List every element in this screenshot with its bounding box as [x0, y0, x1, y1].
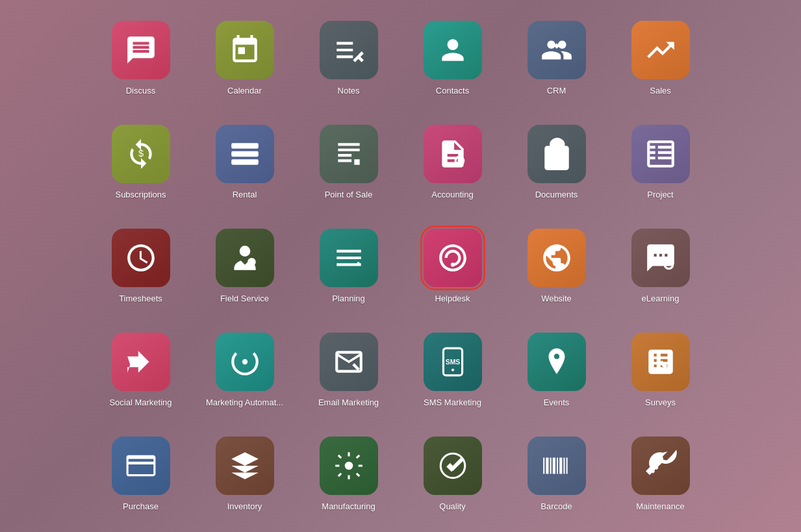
app-label-planning: Planning	[332, 294, 365, 304]
app-icon-barcode	[528, 437, 586, 495]
app-label-documents: Documents	[535, 190, 578, 200]
app-label-barcode: Barcode	[540, 501, 572, 512]
app-icon-discuss	[112, 21, 170, 79]
app-label-rental: Rental	[233, 190, 257, 200]
app-icon-helpdesk	[424, 229, 482, 287]
app-label-discuss: Discuss	[126, 86, 156, 96]
app-label-email-marketing: Email Marketing	[318, 398, 379, 408]
app-label-timesheets: Timesheets	[119, 294, 162, 304]
app-label-contacts: Contacts	[436, 86, 469, 96]
app-icon-notes	[320, 21, 378, 79]
app-item-point-of-sale[interactable]: Point of Sale	[303, 114, 394, 211]
svg-point-9	[450, 262, 454, 266]
app-item-contacts[interactable]: Contacts	[407, 10, 498, 107]
svg-rect-16	[127, 456, 155, 475]
app-grid: DiscussCalendarNotesContactsCRMSales$Sub…	[83, 0, 719, 532]
app-item-elearning[interactable]: eLearning	[615, 218, 706, 315]
app-icon-events	[528, 333, 586, 391]
app-item-discuss[interactable]: Discuss	[95, 10, 186, 107]
app-icon-elearning	[631, 229, 690, 287]
app-item-marketing-automation[interactable]: Marketing Automat...	[199, 322, 290, 419]
app-icon-sms-marketing: SMS	[424, 333, 482, 391]
app-item-maintenance[interactable]: Maintenance	[615, 425, 706, 523]
app-label-maintenance: Maintenance	[636, 501, 684, 512]
app-icon-crm	[528, 21, 586, 79]
app-icon-subscriptions: $	[112, 125, 170, 183]
svg-rect-2	[231, 151, 259, 157]
app-icon-maintenance	[631, 437, 690, 495]
app-item-rental[interactable]: Rental	[199, 114, 290, 211]
svg-rect-3	[231, 159, 259, 164]
app-icon-point-of-sale	[320, 125, 378, 183]
app-icon-calendar	[216, 21, 274, 79]
app-icon-quality	[424, 437, 482, 495]
app-item-accounting[interactable]: ⚙Accounting	[407, 114, 498, 211]
app-item-timesheets[interactable]: Timesheets	[95, 218, 186, 315]
app-item-project[interactable]: Project	[615, 114, 706, 211]
app-icon-project	[631, 125, 690, 183]
app-item-helpdesk[interactable]: Helpdesk	[407, 218, 498, 315]
app-label-project: Project	[647, 190, 673, 200]
app-label-elearning: eLearning	[642, 294, 680, 304]
app-icon-documents	[528, 125, 586, 183]
svg-text:$: $	[138, 148, 143, 158]
svg-rect-1	[231, 143, 259, 148]
app-item-sms-marketing[interactable]: SMSSMS Marketing	[407, 322, 498, 419]
app-label-surveys: Surveys	[645, 398, 676, 408]
app-item-calendar[interactable]: Calendar	[199, 10, 290, 107]
svg-point-17	[344, 461, 353, 470]
svg-point-14	[451, 368, 453, 371]
app-icon-inventory	[216, 437, 274, 495]
app-label-purchase: Purchase	[123, 501, 159, 512]
app-icon-surveys	[631, 333, 690, 391]
app-icon-sales	[631, 21, 690, 79]
app-item-surveys[interactable]: Surveys	[615, 322, 706, 419]
app-icon-field-service	[216, 229, 274, 287]
app-label-helpdesk: Helpdesk	[435, 294, 470, 304]
app-label-field-service: Field Service	[220, 294, 269, 304]
app-item-planning[interactable]: Planning	[303, 218, 394, 315]
app-icon-website	[528, 229, 586, 287]
svg-point-11	[242, 359, 247, 364]
app-item-inventory[interactable]: Inventory	[199, 425, 290, 523]
app-label-notes: Notes	[338, 86, 360, 96]
app-label-subscriptions: Subscriptions	[115, 190, 166, 200]
app-label-sms-marketing: SMS Marketing	[424, 398, 481, 408]
svg-point-8	[357, 262, 359, 264]
app-item-crm[interactable]: CRM	[511, 10, 602, 107]
app-icon-marketing-automation	[216, 333, 274, 391]
svg-text:SMS: SMS	[445, 359, 460, 366]
app-label-calendar: Calendar	[227, 86, 262, 96]
app-item-sales[interactable]: Sales	[615, 10, 706, 107]
app-label-point-of-sale: Point of Sale	[325, 190, 373, 200]
app-icon-rental	[216, 125, 274, 183]
app-item-social-marketing[interactable]: Social Marketing	[95, 322, 186, 419]
app-item-events[interactable]: Events	[511, 322, 602, 419]
app-icon-planning	[320, 229, 378, 287]
app-icon-timesheets	[112, 229, 170, 287]
svg-text:⚙: ⚙	[456, 157, 462, 164]
app-item-email-marketing[interactable]: Email Marketing	[303, 322, 394, 419]
app-item-website[interactable]: Website	[511, 218, 602, 315]
app-icon-social-marketing	[112, 333, 170, 391]
app-icon-purchase	[112, 437, 170, 495]
app-label-manufacturing: Manufacturing	[322, 501, 375, 512]
app-label-social-marketing: Social Marketing	[109, 398, 172, 408]
app-item-quality[interactable]: Quality	[407, 425, 498, 523]
app-label-crm: CRM	[547, 86, 566, 96]
app-item-purchase[interactable]: Purchase	[95, 425, 186, 523]
app-label-accounting: Accounting	[431, 190, 473, 200]
app-item-manufacturing[interactable]: Manufacturing	[303, 425, 394, 523]
app-item-barcode[interactable]: Barcode	[511, 425, 602, 523]
app-icon-manufacturing	[320, 437, 378, 495]
app-item-field-service[interactable]: Field Service	[199, 218, 290, 315]
app-icon-contacts	[424, 21, 482, 79]
svg-point-6	[239, 246, 250, 257]
app-item-subscriptions[interactable]: $Subscriptions	[95, 114, 186, 211]
app-item-documents[interactable]: Documents	[511, 114, 602, 211]
app-label-inventory: Inventory	[227, 501, 262, 512]
app-label-website: Website	[541, 294, 572, 304]
app-label-events: Events	[544, 398, 570, 408]
app-label-sales: Sales	[650, 86, 671, 96]
app-item-notes[interactable]: Notes	[303, 10, 394, 107]
